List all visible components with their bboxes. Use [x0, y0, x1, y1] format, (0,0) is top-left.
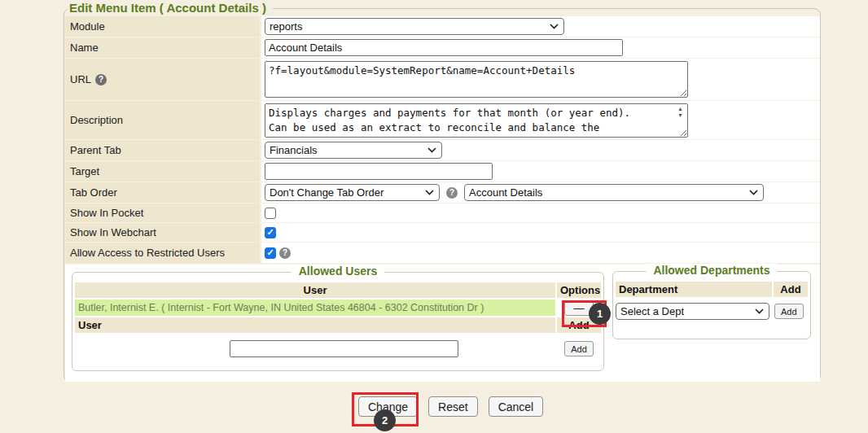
row-module: Module reports [65, 16, 820, 37]
module-select-value: reports [270, 20, 302, 33]
add-department-row: Select a Dept Add [616, 303, 808, 320]
allowed-users-fieldset: Allowed Users User Options Butler, Inter… [72, 272, 604, 371]
allow-restricted-help-icon[interactable]: ? [279, 247, 291, 259]
row-parent-tab: Parent Tab Financials [65, 140, 820, 160]
parent-tab-select[interactable]: Financials [265, 142, 442, 159]
user-column-header: User [75, 282, 555, 298]
target-label: Target [65, 161, 260, 182]
name-input[interactable] [265, 39, 623, 56]
departments-header-row: Department Add [616, 282, 808, 297]
url-label: URL [70, 73, 91, 85]
chevron-down-icon [755, 308, 764, 314]
url-help-icon[interactable]: ? [95, 74, 107, 85]
cancel-button[interactable]: Cancel [489, 396, 544, 417]
tab-order-label: Tab Order [65, 182, 260, 203]
allowed-user-row: Butler, Internist E. ( Internist - Fort … [75, 300, 601, 316]
row-tab-order: Tab Order Don't Change Tab Order ? Accou… [65, 182, 820, 203]
form-actions: Change Reset Cancel [358, 396, 543, 417]
reset-button[interactable]: Reset [428, 396, 478, 417]
tab-order-help-icon[interactable]: ? [446, 187, 458, 199]
form: Module reports Name [65, 16, 820, 382]
remove-user-button[interactable]: — [564, 300, 594, 316]
target-input[interactable] [265, 163, 493, 180]
module-label: Module [65, 16, 260, 37]
options-column-header: Options [557, 282, 601, 298]
edit-menu-item-page: Edit Menu Item ( Account Details ) Modul… [0, 0, 868, 433]
show-in-pocket-label: Show In Pocket [65, 203, 260, 222]
description-label: Description [65, 101, 260, 139]
dept-add-column-header: Add [774, 282, 808, 297]
tab-order-item-select-value: Account Details [469, 186, 542, 199]
row-show-in-pocket: Show In Pocket [65, 203, 820, 222]
row-name: Name [65, 37, 820, 58]
row-show-in-webchart: Show In Webchart [65, 223, 820, 242]
url-textarea[interactable]: ?f=layout&module=SystemReport&name=Accou… [265, 61, 688, 98]
add-user-button[interactable]: Add [564, 341, 594, 356]
chevron-down-icon [427, 147, 436, 153]
add-department-button[interactable]: Add [774, 304, 804, 319]
change-button[interactable]: Change [358, 396, 418, 417]
add-user-column-header: User [75, 317, 555, 333]
tab-order-item-select[interactable]: Account Details [464, 184, 764, 201]
show-in-webchart-label: Show In Webchart [65, 223, 260, 242]
add-user-row: Add [75, 340, 601, 357]
row-allow-restricted: Allow Access to Restricted Users ? [65, 243, 820, 263]
row-url: URL ? ?f=layout&module=SystemReport&name… [65, 59, 820, 100]
page-title: Edit Menu Item ( Account Details ) [68, 1, 273, 15]
department-select-value: Select a Dept [620, 305, 684, 317]
show-in-webchart-checkbox[interactable] [265, 227, 276, 238]
department-select[interactable]: Select a Dept [616, 303, 769, 320]
allowed-departments-fieldset: Allowed Departments Department Add Selec… [612, 271, 811, 339]
module-select[interactable]: reports [265, 18, 564, 35]
allowed-user-name: Butler, Internist E. ( Internist - Fort … [75, 300, 555, 316]
row-target: Target [65, 161, 820, 182]
allowed-departments-legend: Allowed Departments [646, 264, 777, 277]
allow-restricted-checkbox[interactable] [265, 247, 276, 259]
tab-order-select-value: Don't Change Tab Order [270, 186, 384, 199]
chevron-down-icon [749, 190, 758, 195]
allowed-users-header-row: User Options [75, 282, 601, 298]
add-user-input[interactable] [230, 340, 458, 357]
show-in-pocket-checkbox[interactable] [265, 208, 276, 219]
allow-restricted-label: Allow Access to Restricted Users [65, 243, 260, 263]
parent-tab-label: Parent Tab [65, 140, 260, 160]
row-description: Description Displays charges and payment… [65, 101, 820, 139]
allowed-section: Allowed Users User Options Butler, Inter… [65, 265, 820, 382]
department-column-header: Department [616, 282, 772, 297]
allowed-users-legend: Allowed Users [292, 265, 384, 278]
edit-menu-item-fieldset: Edit Menu Item ( Account Details ) Modul… [64, 8, 821, 382]
name-label: Name [65, 37, 260, 58]
tab-order-select[interactable]: Don't Change Tab Order [265, 184, 440, 201]
add-column-header: Add [557, 317, 601, 333]
chevron-down-icon [425, 190, 434, 195]
chevron-down-icon [550, 24, 559, 29]
description-textarea[interactable]: Displays charges and payments for that m… [265, 103, 688, 138]
parent-tab-select-value: Financials [270, 144, 318, 156]
add-user-header-row: User Add [75, 317, 601, 333]
